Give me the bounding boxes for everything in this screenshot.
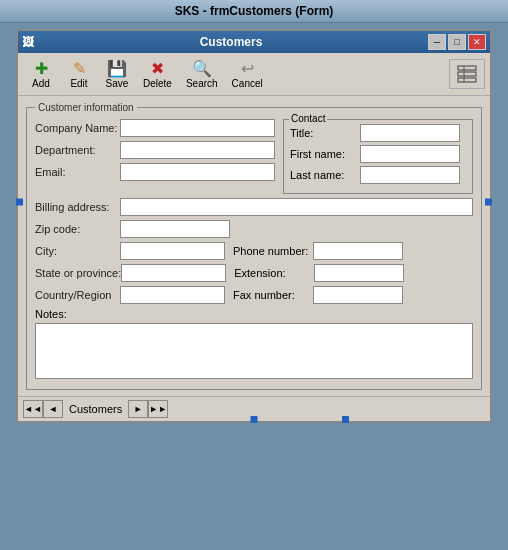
svg-rect-0 <box>458 66 476 70</box>
email-label: Email: <box>35 166 120 178</box>
delete-icon: ✖ <box>151 59 164 78</box>
title-row: Title: <box>290 124 466 142</box>
company-name-label: Company Name: <box>35 122 120 134</box>
zip-code-row: Zip code: <box>35 220 473 238</box>
add-button[interactable]: ✚ Add <box>23 56 59 92</box>
window-title: Customers <box>200 35 263 49</box>
billing-address-row: Billing address: <box>35 198 473 216</box>
notes-textarea[interactable] <box>35 323 473 379</box>
resize-handle-bottom-center[interactable] <box>251 416 258 423</box>
last-name-label: Last name: <box>290 169 360 181</box>
maximize-button[interactable]: □ <box>448 34 466 50</box>
country-fax-row: Country/Region Fax number: <box>35 286 473 304</box>
department-input[interactable] <box>120 141 275 159</box>
outer-title-bar: SKS - frmCustomers (Form) <box>0 0 508 23</box>
next-record-button[interactable]: ► <box>128 400 148 418</box>
top-section: Company Name: Department: Email: Contact <box>35 119 473 194</box>
city-label: City: <box>35 245 120 257</box>
last-record-button[interactable]: ►► <box>148 400 168 418</box>
phone-label: Phone number: <box>233 245 313 257</box>
cancel-icon: ↩ <box>241 59 254 78</box>
toolbar: ✚ Add ✎ Edit 💾 Save ✖ Delete 🔍 Search ↩ … <box>18 53 490 96</box>
resize-handle-bottom-right[interactable] <box>342 416 349 423</box>
add-label: Add <box>32 78 50 89</box>
state-extension-row: State or province: Extension: <box>35 264 473 282</box>
notes-label: Notes: <box>35 308 473 320</box>
company-name-input[interactable] <box>120 119 275 137</box>
search-button[interactable]: 🔍 Search <box>180 56 224 92</box>
title-label: Title: <box>290 127 360 139</box>
resize-handle-left[interactable] <box>16 199 23 206</box>
stack-view-button[interactable] <box>449 59 485 89</box>
outer-title-text: SKS - frmCustomers (Form) <box>175 4 334 18</box>
cancel-label: Cancel <box>232 78 263 89</box>
phone-input[interactable] <box>313 242 403 260</box>
zip-code-label: Zip code: <box>35 223 120 235</box>
city-input[interactable] <box>120 242 225 260</box>
fax-input[interactable] <box>313 286 403 304</box>
contact-fieldset: Contact Title: First name: Last name: <box>283 119 473 194</box>
city-phone-row: City: Phone number: <box>35 242 473 260</box>
svg-rect-2 <box>458 78 476 82</box>
notes-section: Notes: <box>35 308 473 381</box>
prev-record-button[interactable]: ◄ <box>43 400 63 418</box>
state-label: State or province: <box>35 267 121 279</box>
company-name-row: Company Name: <box>35 119 275 137</box>
email-row: Email: <box>35 163 275 181</box>
first-name-row: First name: <box>290 145 466 163</box>
window-title-bar: 🖼 Customers ─ □ ✕ <box>18 31 490 53</box>
delete-button[interactable]: ✖ Delete <box>137 56 178 92</box>
country-label: Country/Region <box>35 289 120 301</box>
state-input[interactable] <box>121 264 226 282</box>
email-input[interactable] <box>120 163 275 181</box>
extension-label: Extension: <box>234 267 314 279</box>
form-body: Customer information Company Name: Depar… <box>18 96 490 396</box>
country-input[interactable] <box>120 286 225 304</box>
window-title-icon: 🖼 <box>22 35 34 49</box>
svg-rect-1 <box>458 72 476 76</box>
last-name-input[interactable] <box>360 166 460 184</box>
close-button[interactable]: ✕ <box>468 34 486 50</box>
first-record-button[interactable]: ◄◄ <box>23 400 43 418</box>
save-button[interactable]: 💾 Save <box>99 56 135 92</box>
add-icon: ✚ <box>35 59 48 78</box>
edit-icon: ✎ <box>73 59 86 78</box>
save-icon: 💾 <box>107 59 127 78</box>
delete-label: Delete <box>143 78 172 89</box>
contact-legend: Contact <box>289 113 327 124</box>
customers-window: 🖼 Customers ─ □ ✕ ✚ Add ✎ Edit 💾 Save ✖ … <box>16 29 492 423</box>
first-name-input[interactable] <box>360 145 460 163</box>
title-input[interactable] <box>360 124 460 142</box>
customer-info-legend: Customer information <box>35 102 137 113</box>
minimize-button[interactable]: ─ <box>428 34 446 50</box>
last-name-row: Last name: <box>290 166 466 184</box>
customer-info-fieldset: Customer information Company Name: Depar… <box>26 102 482 390</box>
department-label: Department: <box>35 144 120 156</box>
department-row: Department: <box>35 141 275 159</box>
left-fields: Company Name: Department: Email: <box>35 119 275 194</box>
search-label: Search <box>186 78 218 89</box>
window-controls: ─ □ ✕ <box>428 34 486 50</box>
cancel-button[interactable]: ↩ Cancel <box>226 56 269 92</box>
zip-code-input[interactable] <box>120 220 230 238</box>
edit-button[interactable]: ✎ Edit <box>61 56 97 92</box>
billing-address-input[interactable] <box>120 198 473 216</box>
resize-handle-right[interactable] <box>485 199 492 206</box>
search-icon: 🔍 <box>192 59 212 78</box>
record-label: Customers <box>63 403 128 415</box>
first-name-label: First name: <box>290 148 360 160</box>
extension-input[interactable] <box>314 264 404 282</box>
billing-address-label: Billing address: <box>35 201 120 213</box>
fax-label: Fax number: <box>233 289 313 301</box>
save-label: Save <box>106 78 129 89</box>
edit-label: Edit <box>70 78 87 89</box>
